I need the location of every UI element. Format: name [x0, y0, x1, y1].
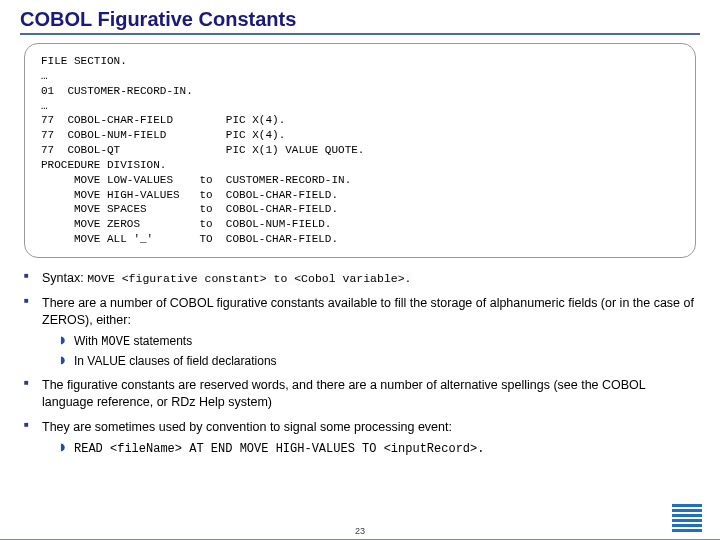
syntax-code: MOVE <figurative constant> to <Cobol var… [87, 272, 411, 285]
sub-list: With MOVE statements In VALUE clauses of… [42, 333, 700, 369]
code-block: FILE SECTION. … 01 CUSTOMER-RECORD-IN. …… [24, 43, 696, 258]
code-line: MOVE HIGH-VALUES to COBOL-CHAR-FIELD. [41, 188, 679, 203]
code-line: MOVE LOW-VALUES to CUSTOMER-RECORD-IN. [41, 173, 679, 188]
list-item: READ <fileName> AT END MOVE HIGH-VALUES … [60, 440, 700, 457]
code-line: PROCEDURE DIVISION. [41, 158, 679, 173]
bullet-text: There are a number of COBOL figurative c… [42, 296, 694, 327]
syntax-lead: Syntax: [42, 271, 87, 285]
code-word: MOVE [101, 335, 130, 349]
code-line: 77 COBOL-CHAR-FIELD PIC X(4). [41, 113, 679, 128]
list-item: With MOVE statements [60, 333, 700, 350]
ibm-logo [672, 504, 702, 532]
bullet-list: Syntax: MOVE <figurative constant> to <C… [20, 270, 700, 457]
list-item: They are sometimes used by convention to… [24, 419, 700, 457]
list-item: There are a number of COBOL figurative c… [24, 295, 700, 369]
bullet-text: The figurative constants are reserved wo… [42, 378, 645, 409]
code-line: 77 COBOL-NUM-FIELD PIC X(4). [41, 128, 679, 143]
bullet-text: They are sometimes used by convention to… [42, 420, 452, 434]
code-line: READ <fileName> AT END MOVE HIGH-VALUES … [74, 442, 484, 456]
list-item: The figurative constants are reserved wo… [24, 377, 700, 411]
page-title: COBOL Figurative Constants [20, 8, 700, 35]
page-number: 23 [0, 526, 720, 536]
code-line: … [41, 69, 679, 84]
code-line: 01 CUSTOMER-RECORD-IN. [41, 84, 679, 99]
code-line: MOVE SPACES to COBOL-CHAR-FIELD. [41, 202, 679, 217]
sub-text: In VALUE clauses of field declarations [74, 354, 277, 368]
code-line: … [41, 99, 679, 114]
code-line: 77 COBOL-QT PIC X(1) VALUE QUOTE. [41, 143, 679, 158]
list-item: In VALUE clauses of field declarations [60, 353, 700, 369]
sub-text: statements [130, 334, 192, 348]
code-line: MOVE ZEROS to COBOL-NUM-FIELD. [41, 217, 679, 232]
list-item: Syntax: MOVE <figurative constant> to <C… [24, 270, 700, 287]
sub-text: With [74, 334, 101, 348]
code-line: MOVE ALL '_' TO COBOL-CHAR-FIELD. [41, 232, 679, 247]
sub-list: READ <fileName> AT END MOVE HIGH-VALUES … [42, 440, 700, 457]
code-line: FILE SECTION. [41, 54, 679, 69]
